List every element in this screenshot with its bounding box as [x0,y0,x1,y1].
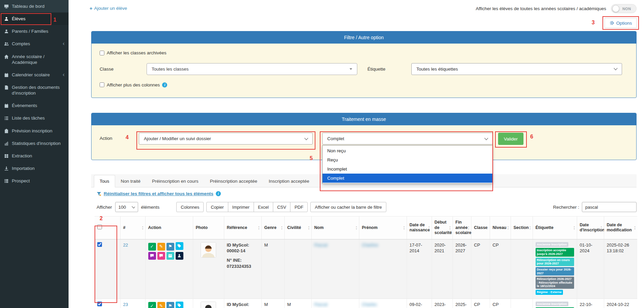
dropdown-option-incomplet[interactable]: Incomplet [323,164,492,174]
excel-button[interactable]: Excel [254,202,273,212]
dropdown-option-complet[interactable]: Complet [323,174,492,183]
status-select[interactable]: Complet [322,133,493,145]
sidebar-item-comptes[interactable]: Comptes ‹ [0,37,69,50]
status-badge: Inscription acceptée jusqu'à 2026-2027 [536,248,574,256]
page-length-select[interactable]: 100 [115,202,138,212]
account-action-icon[interactable] [176,252,183,260]
col-header-genre[interactable]: Genre▲▼ [261,216,284,239]
cell-nom: Pascal [311,299,359,308]
info-icon[interactable]: i [162,82,167,87]
search-input[interactable] [582,202,637,212]
tag-action-icon[interactable] [176,302,183,308]
message-action-icon[interactable] [157,252,165,260]
student-id-link[interactable]: 22 [123,242,128,248]
student-lastname[interactable]: Pascal [314,302,328,307]
copier-button[interactable]: Copier [206,202,228,212]
sidebar-item-parents-familles[interactable]: Parents / Familles [0,25,69,37]
col-header-date-modification[interactable]: Date de modification▲▼ [604,216,637,239]
col-header-num[interactable]: #▲▼ [120,216,145,239]
filter-panel-body: Afficher les classes archivées Classe To… [92,44,636,98]
student-firstname[interactable]: Charline [362,242,378,248]
tab-inscription-acceptee[interactable]: Inscription acceptée [263,175,315,187]
colonnes-button[interactable]: Colonnes [176,202,204,212]
show-more-columns-checkbox[interactable] [100,82,104,87]
flag-action-icon[interactable]: ⚑ [166,243,174,251]
status-badge: Régime : Externe [536,290,563,295]
row-checkbox-cell [95,299,120,308]
chevron-down-icon [304,136,308,140]
col-header-niveau[interactable]: Niveau▲▼ [490,216,511,239]
col-header-prenom[interactable]: Prénom▲▼ [359,216,407,239]
sidebar-item-liste-taches[interactable]: Liste des tâches [0,112,69,124]
reset-filters-link[interactable]: Réinitialiser les filtres et afficher to… [104,191,213,196]
sidebar-item-evenements[interactable]: Évènements [0,99,69,112]
sidebar-item-prevision-inscription[interactable]: Prévision inscription [0,125,69,137]
show-archived-classes-checkbox-row[interactable]: Afficher les classes archivées [100,50,166,55]
cell-action: ✓✎⚑ [145,239,193,299]
pdf-button[interactable]: PDF [290,202,308,212]
classe-select[interactable]: Toutes les classes [147,63,357,75]
dropdown-option-recu[interactable]: Reçu [323,155,492,164]
sidebar-item-gestion-documents[interactable]: Gestion des documents d'inscription [0,81,69,99]
sidebar-item-annee-scolaire[interactable]: Année scolaire / Académique [0,50,69,69]
mass-action-select[interactable]: Ajouter / Modifier un suivi dossier [139,133,313,145]
sidebar-item-statistiques[interactable]: Statistiques d'inscription [0,137,69,150]
student-id-link[interactable]: 23 [123,302,128,307]
sidebar-item-eleves[interactable]: Élèves [0,12,69,25]
info-icon[interactable]: i [216,191,221,196]
sidebar-item-calendrier-scolaire[interactable]: Calendrier scolaire ‹ [0,69,69,81]
col-header-classe[interactable]: Classe▲▼ [471,216,490,239]
comment-action-icon[interactable] [148,252,156,260]
etiquette-select[interactable]: Toutes les étiquettes [411,63,622,75]
import-icon [4,166,9,171]
col-header-date-naissance[interactable]: Date de naissance▲▼ [407,216,432,239]
edit-action-icon[interactable]: ✎ [157,243,165,251]
sidebar-item-importation[interactable]: Importation [0,162,69,175]
student-firstname[interactable]: Charles [362,302,377,307]
col-header-photo[interactable]: Photo [193,216,224,239]
tag-action-icon[interactable] [176,242,183,250]
classe-label: Classe [100,67,147,72]
row-checkbox[interactable] [97,242,102,247]
student-photo[interactable] [201,302,216,308]
edit-action-icon[interactable]: ✎ [157,302,165,308]
tab-preinscription-acceptee[interactable]: Préinscription acceptée [204,175,263,187]
add-student-link[interactable]: + Ajouter un élève [89,5,127,11]
tab-non-traite[interactable]: Non traité [115,175,147,187]
tab-tous[interactable]: Tous [94,175,115,187]
validate-action-icon[interactable]: ✓ [148,302,156,308]
valider-button[interactable]: Valider [498,133,523,145]
toggle-filter-bar-button[interactable]: Afficher ou cacher la barre de filtre [310,202,386,212]
sidebar-item-tableau-de-bord[interactable]: Tableau de bord [0,0,69,12]
col-header-reference[interactable]: Référence▲▼ [224,216,261,239]
row-checkbox[interactable] [97,302,102,306]
csv-button[interactable]: CSV [273,202,291,212]
student-photo[interactable] [201,242,216,258]
tab-preinscription-en-cours[interactable]: Préinscription en cours [146,175,204,187]
col-header-fin-annee[interactable]: Fin année scolaire▲▼ [453,216,471,239]
select-all-checkbox[interactable] [97,225,102,229]
flag-action-icon[interactable]: ⚑ [166,302,174,308]
col-header-debut-scolarite[interactable]: Début de scolarité▲▼ [432,216,453,239]
cell-reference: ID MyScol: 00002-41 N° INE: 333 [224,299,261,308]
all-years-toggle[interactable]: NON [611,4,637,13]
cell-classe: CP [471,299,490,308]
col-header-date-inscription[interactable]: Date d'inscription▲▼ [577,216,604,239]
cell-niveau: CP [490,239,511,299]
student-lastname[interactable]: Pascal [314,242,328,248]
col-header-nom[interactable]: Nom▲▼ [311,216,359,239]
sidebar-item-prospect[interactable]: Prospect [0,175,69,187]
col-header-civilite[interactable]: Civilité▲▼ [284,216,311,239]
dropdown-option-non-recu[interactable]: Non reçu [323,146,492,155]
col-header-etiquette[interactable]: Étiquette▲▼ [533,216,577,239]
imprimer-button[interactable]: Imprimer [228,202,254,212]
col-header-section[interactable]: Section▲▼ [511,216,533,239]
col-header-action[interactable]: Action [145,216,193,239]
show-archived-classes-checkbox[interactable] [100,51,104,55]
calendar-action-icon[interactable] [166,252,174,260]
options-button[interactable]: Options [604,18,637,28]
show-more-columns-checkbox-row[interactable]: Afficher plus des colonnes i [100,82,167,87]
status-badge: Ancienne Inscription [536,302,568,307]
validate-action-icon[interactable]: ✓ [148,243,156,251]
sidebar-item-extraction[interactable]: Extraction [0,150,69,162]
